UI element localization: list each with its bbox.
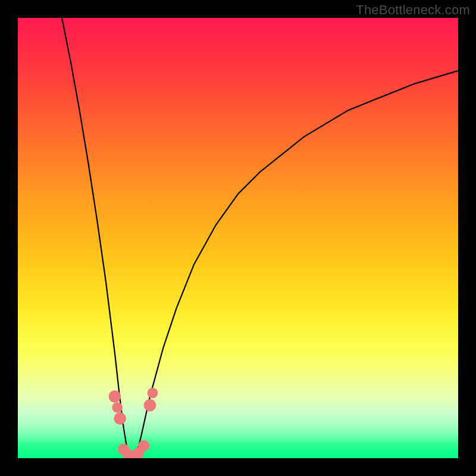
marker-right-cluster-low	[144, 399, 156, 412]
curve-layer	[18, 18, 458, 458]
chart-frame: TheBottleneck.com	[0, 0, 476, 476]
watermark-text: TheBottleneck.com	[356, 2, 470, 18]
marker-left-cluster-low	[114, 412, 126, 425]
marker-valley-right	[138, 440, 149, 452]
marker-right-cluster-top	[148, 388, 158, 399]
marker-group	[108, 388, 158, 458]
plot-area	[18, 18, 458, 458]
bottleneck-curve	[62, 18, 458, 458]
marker-left-cluster-mid	[112, 402, 123, 413]
marker-left-cluster-top	[108, 390, 121, 403]
